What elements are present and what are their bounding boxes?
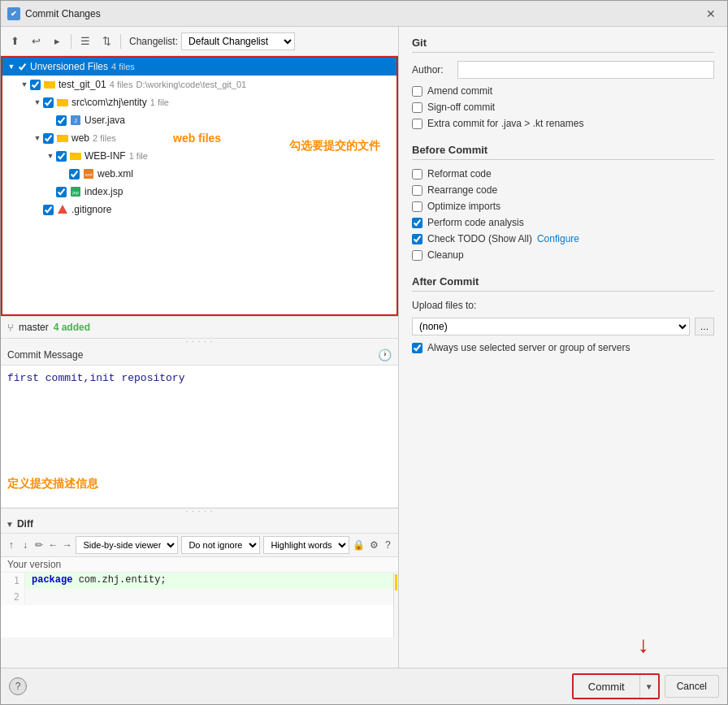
tree-item-index-jsp[interactable]: ▶ jsp index.jsp — [2, 183, 396, 201]
commit-message-section: Commit Message 🕐 first commit,init repos… — [1, 345, 398, 508]
web-xml-checkbox[interactable] — [69, 169, 80, 179]
webinf-checkbox[interactable] — [56, 151, 67, 162]
svg-rect-7 — [57, 135, 62, 136]
svg-text:jsp: jsp — [72, 190, 79, 195]
webinf-folder-icon — [69, 149, 82, 162]
sort-button[interactable]: ⇅ — [98, 32, 115, 50]
move-up-button[interactable]: ⬆ — [6, 32, 24, 50]
tree-item-entity[interactable]: ▼ src\com\zhj\entity 1 file — [2, 93, 396, 111]
web-arrow-icon: ▼ — [32, 132, 43, 144]
cancel-button[interactable]: Cancel — [665, 675, 719, 698]
diff-edit-btn[interactable]: ✏ — [34, 536, 45, 554]
reformat-checkbox[interactable] — [412, 169, 422, 179]
test-git-arrow-icon: ▼ — [19, 79, 30, 90]
amend-row: Amend commit — [412, 85, 714, 97]
highlight-select[interactable]: Highlight words — [263, 536, 349, 554]
entity-count: 1 file — [150, 97, 169, 107]
tree-item-webinf[interactable]: ▼ WEB-INF 1 file — [2, 147, 396, 165]
browse-button[interactable]: … — [695, 318, 714, 335]
svg-rect-3 — [57, 99, 62, 101]
diff-header: ▼ Diff — [1, 515, 398, 534]
amend-label: Amend commit — [427, 85, 492, 97]
window-title: Commit Changes — [25, 8, 701, 19]
java-file-icon: J — [69, 114, 82, 127]
help-button[interactable]: ? — [9, 677, 27, 695]
analyze-checkbox[interactable] — [412, 218, 422, 228]
configure-link[interactable]: Configure — [537, 233, 579, 244]
web-xml-label: web.xml — [98, 168, 133, 179]
diff-line-content-2 — [25, 589, 393, 605]
diff-code-area: Your version 1 package com.zhj.entity; — [1, 557, 398, 638]
folder-icon — [43, 78, 56, 91]
tree-item-test-git[interactable]: ▼ test_git_01 4 files D:\working\code\te… — [2, 76, 396, 93]
resize-handle-1[interactable]: · · · · · — [1, 339, 398, 345]
test-git-count: 4 files — [110, 80, 133, 89]
diff-next-btn[interactable]: ↓ — [20, 536, 30, 554]
test-git-checkbox[interactable] — [30, 80, 41, 90]
signoff-row: Sign-off commit — [412, 102, 714, 113]
todo-checkbox[interactable] — [412, 234, 422, 244]
ignore-select[interactable]: Do not ignore — [181, 536, 260, 554]
extra-row: Extra commit for .java > .kt renames — [412, 118, 714, 129]
extra-checkbox[interactable] — [412, 119, 422, 129]
history-icon[interactable]: 🕐 — [378, 348, 392, 361]
upload-select-row: (none) … — [412, 318, 714, 335]
root-checkbox[interactable] — [17, 62, 28, 72]
upload-select[interactable]: (none) — [412, 318, 690, 335]
index-jsp-label: index.jsp — [84, 186, 123, 197]
user-java-checkbox[interactable] — [56, 115, 67, 126]
help-diff-icon[interactable]: ? — [383, 536, 393, 554]
web-checkbox[interactable] — [43, 133, 54, 144]
diff-prev-btn[interactable]: ↑ — [6, 536, 16, 554]
index-jsp-checkbox[interactable] — [56, 187, 67, 197]
always-checkbox[interactable] — [412, 343, 422, 353]
more-button[interactable]: ▸ — [48, 32, 66, 50]
commit-message-label: Commit Message — [7, 349, 83, 361]
tree-item-web[interactable]: ▼ web 2 files web files — [2, 129, 396, 147]
viewer-select[interactable]: Side-by-side viewer — [76, 536, 178, 554]
signoff-checkbox[interactable] — [412, 102, 422, 113]
app-icon: ✔ — [7, 7, 20, 20]
gitignore-checkbox[interactable] — [43, 205, 54, 215]
branch-icon: ⑂ — [7, 322, 14, 334]
undo-button[interactable]: ↩ — [27, 32, 45, 50]
tree-item-web-xml[interactable]: ▶ xml web.xml — [2, 165, 396, 183]
optimize-checkbox[interactable] — [412, 201, 422, 212]
commit-button-group: Commit ▼ — [572, 673, 660, 699]
diff-fwd-btn[interactable]: → — [62, 536, 72, 554]
upload-row: Upload files to: — [412, 300, 714, 311]
amend-checkbox[interactable] — [412, 86, 422, 97]
rearrange-row: Rearrange code — [412, 184, 714, 196]
web-count: 2 files — [93, 133, 116, 143]
commit-button[interactable]: Commit — [574, 675, 640, 698]
cleanup-checkbox[interactable] — [412, 250, 422, 261]
diff-back-btn[interactable]: ← — [48, 536, 58, 554]
resize-handle-2[interactable]: · · · · · — [1, 508, 398, 515]
webinf-arrow-icon: ▼ — [45, 150, 56, 162]
separator-2 — [120, 34, 121, 49]
settings-icon[interactable]: ⚙ — [368, 536, 379, 554]
rearrange-checkbox[interactable] — [412, 185, 422, 196]
group-button[interactable]: ☰ — [76, 32, 94, 50]
tree-item-user-java[interactable]: ▶ J User.java — [2, 111, 396, 129]
left-panel: ⬆ ↩ ▸ ☰ ⇅ Changelist: Default Changelist… — [1, 27, 399, 668]
tree-item-gitignore[interactable]: ▶ .gitignore — [2, 201, 396, 218]
diff-line-content-1: package com.zhj.entity; — [25, 573, 393, 589]
author-input[interactable] — [457, 61, 714, 79]
diff-collapse-icon[interactable]: ▼ — [6, 520, 14, 529]
entity-checkbox[interactable] — [43, 97, 54, 108]
commit-message-input[interactable]: first commit,init repository — [1, 365, 398, 508]
changelist-label: Changelist: — [129, 36, 178, 47]
test-git-path: D:\working\code\test_git_01 — [136, 80, 246, 89]
close-button[interactable]: ✕ — [701, 4, 721, 24]
commit-dropdown-button[interactable]: ▼ — [640, 675, 658, 698]
todo-row: Check TODO (Show All) Configure — [412, 233, 714, 244]
tree-root[interactable]: ▼ Unversioned Files 4 files — [2, 58, 396, 76]
changelist-select[interactable]: Default Changelist — [181, 32, 295, 50]
main-content: ⬆ ↩ ▸ ☰ ⇅ Changelist: Default Changelist… — [1, 27, 727, 668]
entity-label: src\com\zhj\entity — [72, 97, 147, 108]
bottom-bar: ? Commit ▼ Cancel — [1, 668, 727, 704]
root-count: 4 files — [111, 62, 135, 71]
analyze-label: Perform code analysis — [427, 217, 524, 228]
lock-icon[interactable]: 🔒 — [353, 536, 365, 554]
